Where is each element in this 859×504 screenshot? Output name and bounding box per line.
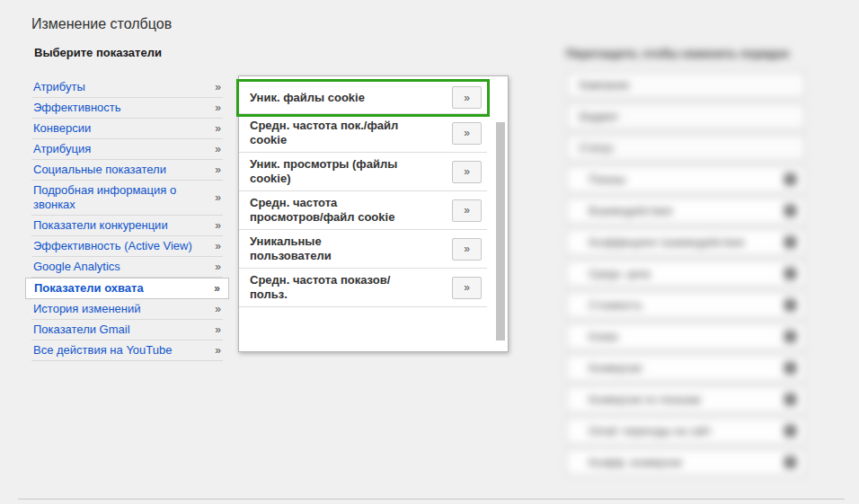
category-item[interactable]: Показатели Gmail » bbox=[31, 320, 223, 340]
add-metric-button[interactable]: » bbox=[452, 238, 482, 261]
category-item[interactable]: Эффективность » bbox=[31, 98, 223, 119]
chevron-right-icon: » bbox=[215, 142, 221, 156]
order-item[interactable]: Бюджет ✕ bbox=[566, 103, 805, 129]
category-label: Показатели Gmail bbox=[33, 323, 209, 337]
category-item[interactable]: Атрибуция » bbox=[31, 139, 223, 160]
remove-icon[interactable]: ✕ bbox=[784, 268, 796, 279]
chevron-right-icon: » bbox=[215, 101, 221, 115]
order-list: Кампания ✕ Бюджет ✕ Статус ✕ Показы ✕ bbox=[566, 72, 805, 475]
metric-row: Уник. файлы cookie » bbox=[239, 82, 487, 114]
category-item[interactable]: Конверсии » bbox=[31, 119, 223, 139]
category-label: История изменений bbox=[33, 302, 209, 316]
remove-icon[interactable]: ✕ bbox=[784, 173, 796, 185]
order-item[interactable]: Конверсии ✕ bbox=[566, 355, 805, 381]
remove-icon[interactable]: ✕ bbox=[784, 331, 796, 342]
order-item-label: Взаимодействия bbox=[589, 205, 672, 217]
metric-row: Средн. частота показов/польз. » bbox=[239, 269, 487, 307]
order-item[interactable]: Кампания ✕ bbox=[566, 72, 805, 98]
category-label: Атрибуты bbox=[33, 80, 209, 94]
order-item[interactable]: Взаимодействия ✕ bbox=[566, 198, 805, 224]
category-label: Атрибуция bbox=[33, 142, 209, 156]
column-order-panel: Перетащите, чтобы изменить порядок Кампа… bbox=[566, 47, 805, 481]
remove-icon[interactable]: ✕ bbox=[784, 393, 796, 405]
order-item-label: Клики bbox=[589, 331, 618, 343]
category-label: Эффективность bbox=[33, 101, 209, 115]
metric-row: Уник. просмотры (файлы cookie) » bbox=[239, 153, 487, 191]
category-item[interactable]: Показатели охвата » bbox=[25, 278, 229, 299]
metric-label: Средн. частота пок./файл cookie bbox=[250, 119, 401, 147]
category-item[interactable]: История изменений » bbox=[31, 299, 223, 320]
order-item[interactable]: Средн. цена ✕ bbox=[566, 261, 805, 287]
remove-icon[interactable]: ✕ bbox=[784, 236, 796, 248]
chevron-right-icon: » bbox=[215, 163, 221, 177]
add-metric-button[interactable]: » bbox=[452, 277, 482, 299]
chevron-right-icon: » bbox=[214, 281, 220, 296]
order-item-label: Средн. цена bbox=[589, 268, 651, 280]
category-item[interactable]: Подробная информация о звонках » bbox=[31, 181, 223, 216]
chevron-right-icon: » bbox=[215, 190, 221, 205]
add-metric-button[interactable]: » bbox=[452, 161, 482, 183]
order-item[interactable]: Статус ✕ bbox=[566, 135, 805, 161]
category-label: Социальные показатели bbox=[33, 163, 209, 177]
metric-label: Уник. файлы cookie bbox=[250, 91, 365, 105]
remove-icon[interactable]: ✕ bbox=[784, 299, 796, 311]
order-item[interactable]: Коэфф. конверсии ✕ bbox=[566, 449, 805, 475]
category-list: Атрибуты » Эффективность » Конверсии » А… bbox=[31, 77, 223, 361]
category-label: Эффективность (Active View) bbox=[33, 239, 209, 253]
chevron-right-icon: » bbox=[215, 260, 221, 274]
order-item-label: Показы bbox=[589, 173, 625, 186]
scrollbar-thumb[interactable] bbox=[496, 122, 505, 340]
metric-label: Средн. частота просмотров/файл cookie bbox=[250, 196, 401, 225]
order-item-label: Gmail: переходы на сайт bbox=[589, 425, 712, 438]
order-item-label: Коэффициент взаимодействия bbox=[589, 236, 744, 249]
chevron-right-icon: » bbox=[215, 302, 221, 316]
order-item[interactable]: Стоимость ✕ bbox=[566, 292, 805, 318]
category-item[interactable]: Google Analytics » bbox=[31, 257, 223, 278]
metric-row: Уникальные пользователи » bbox=[239, 230, 487, 269]
category-item[interactable]: Показатели конкуренции » bbox=[31, 216, 223, 236]
order-item-label: Бюджет bbox=[580, 111, 618, 123]
order-item-label: Коэфф. конверсии bbox=[589, 456, 682, 469]
category-label: Все действия на YouTube bbox=[33, 343, 209, 358]
order-panel-heading: Перетащите, чтобы изменить порядок bbox=[566, 47, 805, 60]
remove-icon[interactable]: ✕ bbox=[784, 362, 796, 374]
order-item-label: Кампания bbox=[580, 79, 629, 92]
order-item[interactable]: Показы ✕ bbox=[566, 166, 805, 192]
add-metric-button[interactable]: » bbox=[452, 86, 482, 109]
category-label: Конверсии bbox=[33, 121, 209, 136]
metric-row: Средн. частота пок./файл cookie » bbox=[239, 114, 487, 153]
metric-label: Средн. частота показов/польз. bbox=[250, 273, 401, 302]
divider bbox=[18, 499, 845, 500]
category-label: Подробная информация о звонках bbox=[33, 183, 209, 212]
order-item-label: Статус bbox=[580, 142, 614, 155]
metric-label: Уникальные пользователи bbox=[250, 234, 401, 263]
metric-row: Средн. частота просмотров/файл cookie » bbox=[239, 191, 487, 230]
order-item[interactable]: Клики ✕ bbox=[566, 323, 805, 349]
metric-label: Уник. просмотры (файлы cookie) bbox=[250, 157, 401, 186]
order-item-label: Конверсии bbox=[589, 362, 642, 375]
remove-icon[interactable]: ✕ bbox=[784, 456, 796, 468]
add-metric-button[interactable]: » bbox=[452, 122, 482, 145]
page-title: Изменение столбцов bbox=[31, 16, 172, 32]
order-item[interactable]: Gmail: переходы на сайт ✕ bbox=[566, 418, 805, 444]
add-metric-button[interactable]: » bbox=[452, 199, 482, 222]
order-item[interactable]: Конверсии по показам ✕ bbox=[566, 386, 805, 412]
category-label: Google Analytics bbox=[33, 260, 209, 274]
chevron-right-icon: » bbox=[215, 343, 221, 358]
category-item[interactable]: Атрибуты » bbox=[31, 77, 223, 98]
chevron-right-icon: » bbox=[215, 121, 221, 136]
chevron-right-icon: » bbox=[215, 323, 221, 337]
category-item[interactable]: Все действия на YouTube » bbox=[31, 340, 223, 361]
select-metrics-heading: Выберите показатели bbox=[34, 46, 162, 59]
order-item-label: Конверсии по показам bbox=[589, 393, 701, 406]
order-item[interactable]: Коэффициент взаимодействия ✕ bbox=[566, 229, 805, 255]
category-item[interactable]: Социальные показатели » bbox=[31, 160, 223, 181]
metrics-popup: . . Уник. файлы cookie » Средн. частота … bbox=[238, 75, 509, 352]
scrollbar[interactable] bbox=[496, 82, 505, 348]
change-columns-page: Изменение столбцов Выберите показатели А… bbox=[0, 0, 859, 504]
order-item-label: Стоимость bbox=[589, 299, 642, 312]
category-item[interactable]: Эффективность (Active View) » bbox=[31, 236, 223, 257]
metric-list: Уник. файлы cookie » Средн. частота пок.… bbox=[239, 82, 487, 307]
remove-icon[interactable]: ✕ bbox=[784, 205, 796, 217]
remove-icon[interactable]: ✕ bbox=[784, 425, 796, 437]
